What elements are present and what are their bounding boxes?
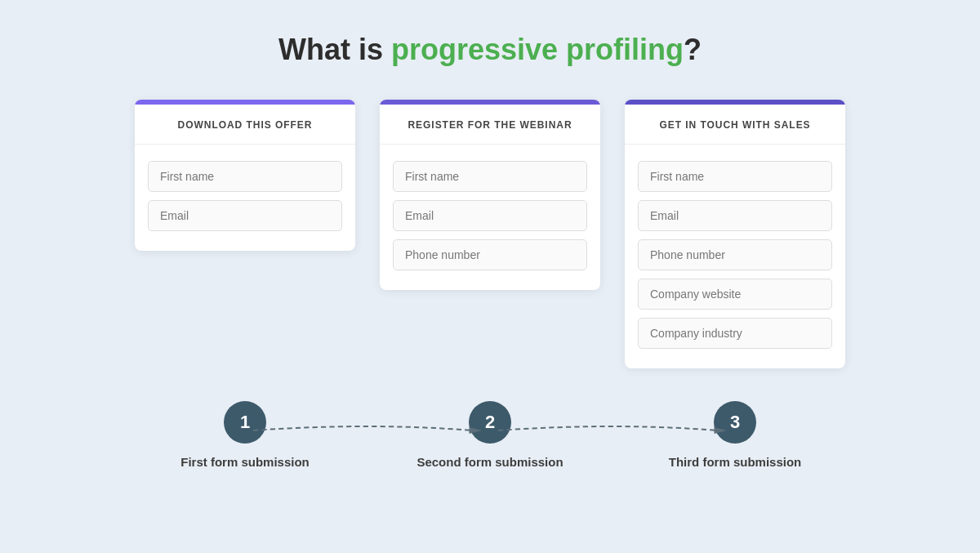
cards-row: DOWNLOAD THIS OFFER REGISTER FOR THE WEB… — [135, 100, 845, 368]
step-label-3: Third form submission — [669, 455, 802, 469]
arrow-2 — [498, 422, 727, 439]
step-number-2: 2 — [485, 412, 495, 433]
card-body-1 — [135, 145, 355, 251]
card-header-3: GET IN TOUCH WITH SALES — [625, 105, 845, 145]
step-label-2: Second form submission — [416, 455, 563, 469]
dashed-arrow-svg-1 — [253, 422, 482, 439]
form-card-2: REGISTER FOR THE WEBINAR — [380, 100, 600, 290]
step-number-1: 1 — [240, 412, 250, 433]
arrow-1 — [253, 422, 482, 439]
field-firstname-3[interactable] — [638, 161, 832, 192]
page-wrapper: What is progressive profiling? DOWNLOAD … — [0, 0, 980, 553]
svg-marker-0 — [469, 427, 482, 434]
page-title: What is progressive profiling? — [278, 33, 702, 67]
card-header-1: DOWNLOAD THIS OFFER — [135, 105, 355, 145]
steps-row: 1 First form submission 2 Second form su… — [135, 401, 845, 469]
field-email-1[interactable] — [148, 200, 342, 231]
form-card-3: GET IN TOUCH WITH SALES — [625, 100, 845, 368]
card-body-3 — [625, 145, 845, 368]
form-card-1: DOWNLOAD THIS OFFER — [135, 100, 355, 251]
field-phone-2[interactable] — [393, 239, 587, 270]
title-highlight: progressive profiling — [391, 33, 684, 66]
field-company-industry[interactable] — [638, 318, 832, 349]
card-body-2 — [380, 145, 600, 290]
dashed-arrow-svg-2 — [498, 422, 727, 439]
field-phone-3[interactable] — [638, 239, 832, 270]
card-header-2: REGISTER FOR THE WEBINAR — [380, 105, 600, 145]
svg-marker-1 — [714, 427, 727, 434]
field-email-2[interactable] — [393, 200, 587, 231]
field-firstname-1[interactable] — [148, 161, 342, 192]
step-label-1: First form submission — [180, 455, 310, 469]
field-company-website[interactable] — [638, 279, 832, 310]
field-email-3[interactable] — [638, 200, 832, 231]
step-number-3: 3 — [730, 412, 740, 433]
field-firstname-2[interactable] — [393, 161, 587, 192]
title-prefix: What is — [278, 33, 391, 66]
title-suffix: ? — [684, 33, 702, 66]
